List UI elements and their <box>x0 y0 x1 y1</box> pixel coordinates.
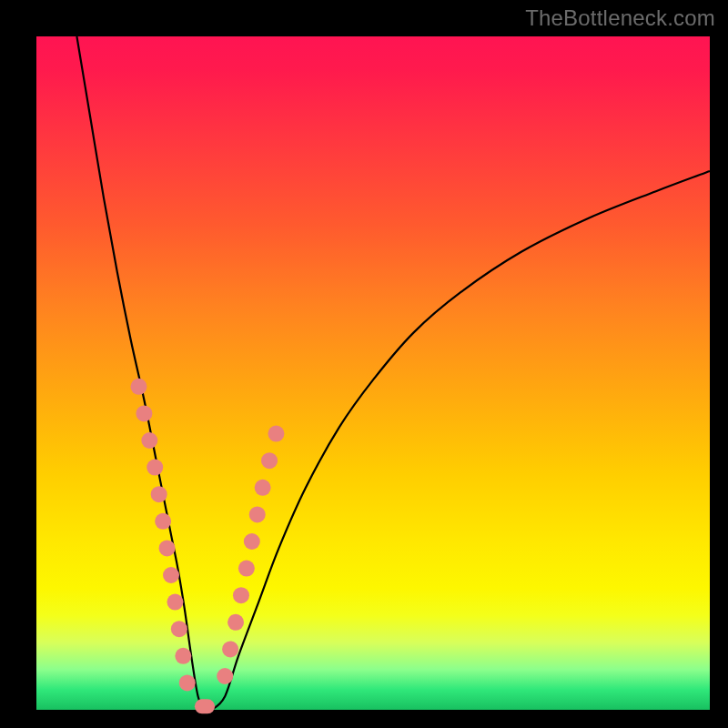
curve-layer <box>36 36 710 710</box>
marker-dot <box>141 432 157 449</box>
watermark-text: TheBottleneck.com <box>525 5 715 31</box>
marker-dot <box>151 486 167 502</box>
marker-dot <box>249 506 266 522</box>
marker-dot <box>179 674 196 691</box>
marker-dot <box>244 533 260 550</box>
chart-frame: TheBottleneck.com <box>0 0 728 728</box>
marker-dot <box>233 587 249 603</box>
marker-dot <box>222 641 238 657</box>
marker-dot <box>163 567 179 583</box>
markers-bottom-pill <box>195 699 215 713</box>
plot-area <box>36 36 710 710</box>
marker-dot <box>268 426 284 442</box>
marker-pill <box>195 699 215 713</box>
bottleneck-curve <box>76 36 710 712</box>
marker-dot <box>136 405 152 421</box>
marker-dot <box>159 540 176 556</box>
marker-dot <box>261 452 278 469</box>
marker-dot <box>175 648 191 664</box>
markers-left-cluster <box>130 379 195 692</box>
marker-dot <box>228 614 244 631</box>
marker-dot <box>130 379 147 395</box>
marker-dot <box>238 561 255 577</box>
markers-right-cluster <box>217 426 284 684</box>
marker-dot <box>217 668 233 684</box>
marker-dot <box>167 594 183 611</box>
marker-dot <box>155 513 171 530</box>
marker-dot <box>255 480 271 496</box>
marker-dot <box>147 460 163 476</box>
marker-dot <box>171 621 187 637</box>
